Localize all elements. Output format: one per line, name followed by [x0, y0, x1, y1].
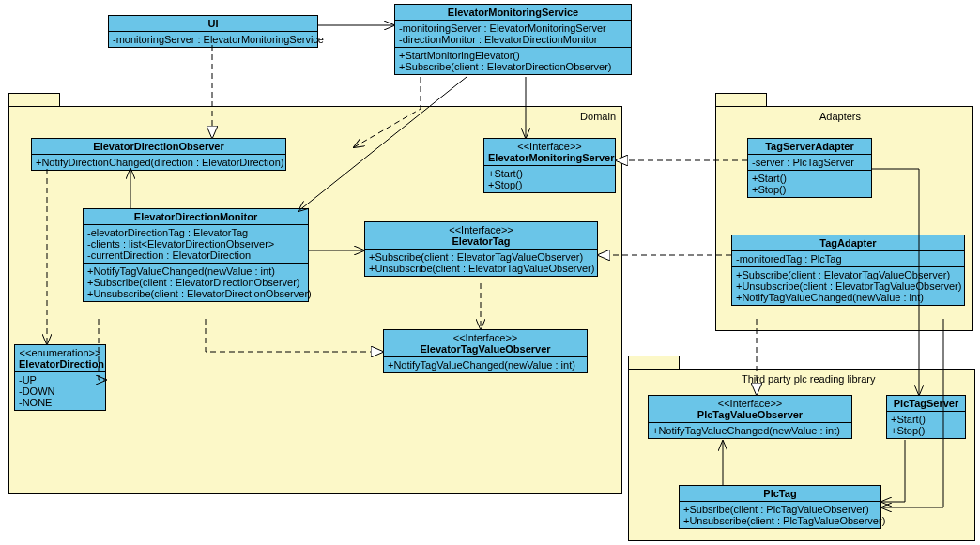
class-tsa: TagServerAdapter -server : PlcTagServer …: [747, 138, 872, 198]
class-name-ptvo: PlcTagValueObserver: [652, 409, 848, 420]
op: +NotifyTagValueChanged(newValue : int): [388, 359, 583, 371]
op: +Unsubscribe(client : ElevatorTagValueOb…: [369, 263, 593, 274]
attr: -clients : list<ElevatorDirectionObserve…: [87, 238, 304, 250]
attr: -monitoringServer : ElevatorMonitoringSe…: [113, 34, 314, 45]
class-name-edir: ElevatorDirection: [19, 358, 101, 370]
stereotype: <<Interface>>: [388, 332, 583, 343]
attr: -server : PlcTagServer: [752, 157, 867, 168]
class-name-edm: ElevatorDirectionMonitor: [84, 209, 308, 225]
op: +StartMonitoringElevator(): [399, 50, 627, 61]
class-edm: ElevatorDirectionMonitor -elevatorDirect…: [83, 208, 309, 302]
class-edir: <<enumeration>> ElevatorDirection -UP -D…: [14, 344, 106, 411]
class-etag: <<Interface>> ElevatorTag +Subscribe(cli…: [364, 221, 598, 277]
op: +NotifyTagValueChanged(newValue : int): [736, 292, 960, 303]
class-emserver: <<Interface>> ElevatorMonitoringServer +…: [483, 138, 616, 193]
op: +Subsribe(client : PlcTagValueObserver): [683, 504, 877, 515]
op: +Subscribe(client : ElevatorTagValueObse…: [736, 269, 960, 280]
class-edo: ElevatorDirectionObserver +NotifyDirecti…: [31, 138, 286, 171]
package-label-domain: Domain: [580, 111, 616, 122]
op: +Start(): [891, 414, 961, 425]
op: +Unsubscribe(client : ElevatorTagValueOb…: [736, 280, 960, 292]
package-tab-thirdparty: [628, 356, 680, 369]
class-name-ta: TagAdapter: [732, 235, 964, 251]
class-name-edo: ElevatorDirectionObserver: [32, 139, 285, 155]
package-tab-domain: [8, 93, 60, 106]
class-name-tsa: TagServerAdapter: [748, 139, 871, 155]
class-ptvo: <<Interface>> PlcTagValueObserver +Notif…: [648, 395, 852, 439]
attr: -monitoringServer : ElevatorMonitoringSe…: [399, 23, 627, 34]
op: +NotifyDirectionChanged(direction : Elev…: [36, 157, 282, 168]
op: +Unsubscribe(client : ElevatorDirectionO…: [87, 288, 304, 299]
package-label-adapters: Adapters: [819, 111, 861, 122]
op: +Stop(): [752, 184, 867, 195]
attr: -monitoredTag : PlcTag: [736, 253, 960, 265]
class-etvo: <<Interface>> ElevatorTagValueObserver +…: [383, 329, 588, 373]
op: +NotifyTagValueChanged(newValue : int): [652, 425, 848, 436]
op: +Stop(): [891, 425, 961, 436]
op: +Stop(): [488, 179, 611, 190]
package-label-thirdparty: Third party plc reading library: [742, 373, 875, 385]
op: +Subscribe(client : ElevatorDirectionObs…: [87, 277, 304, 288]
attr: -currentDirection : ElevatorDirection: [87, 250, 304, 261]
stereotype: <<Interface>>: [488, 141, 611, 152]
stereotype: <<Interface>>: [369, 224, 593, 235]
attr: -directionMonitor : ElevatorDirectionMon…: [399, 34, 627, 45]
op: +NotifyTagValueChanged(newValue : int): [87, 265, 304, 277]
attr: -elevatorDirectionTag : ElevatorTag: [87, 227, 304, 238]
class-ems: ElevatorMonitoringService -monitoringSer…: [394, 4, 632, 75]
class-pts: PlcTagServer +Start() +Stop(): [886, 395, 966, 439]
class-name-etvo: ElevatorTagValueObserver: [388, 343, 583, 355]
class-name-ptag: PlcTag: [680, 486, 880, 502]
op: +Start(): [488, 168, 611, 179]
class-name-ems: ElevatorMonitoringService: [395, 5, 631, 21]
class-ptag: PlcTag +Subsribe(client : PlcTagValueObs…: [679, 485, 881, 529]
attr: -DOWN: [19, 386, 101, 397]
class-ta: TagAdapter -monitoredTag : PlcTag +Subsc…: [731, 235, 965, 306]
package-tab-adapters: [715, 93, 767, 106]
stereotype: <<enumeration>>: [19, 347, 101, 358]
op: +Unsubscribe(client : PlcTagValueObserve…: [683, 515, 877, 526]
op: +Subscribe(client : ElevatorTagValueObse…: [369, 251, 593, 263]
class-name-ui: UI: [109, 16, 317, 32]
class-ui: UI -monitoringServer : ElevatorMonitorin…: [108, 15, 318, 48]
op: +Subscribe(client : ElevatorDirectionObs…: [399, 61, 627, 72]
class-name-emserver: ElevatorMonitoringServer: [488, 152, 611, 163]
class-name-etag: ElevatorTag: [369, 235, 593, 247]
class-name-pts: PlcTagServer: [887, 396, 965, 412]
attr: -UP: [19, 374, 101, 386]
op: +Start(): [752, 173, 867, 184]
attr: -NONE: [19, 397, 101, 408]
stereotype: <<Interface>>: [652, 398, 848, 409]
